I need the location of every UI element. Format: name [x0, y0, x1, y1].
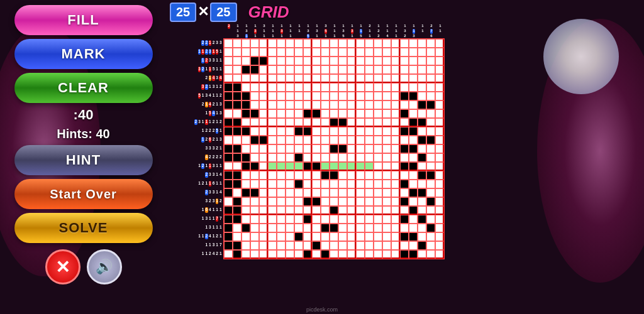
cell[interactable] — [338, 136, 347, 144]
cell[interactable] — [259, 109, 268, 118]
cell[interactable] — [242, 153, 250, 162]
cell[interactable] — [382, 136, 391, 144]
cell[interactable] — [365, 162, 374, 171]
cell[interactable] — [391, 171, 400, 180]
cell[interactable] — [400, 109, 409, 118]
cell[interactable] — [382, 57, 391, 65]
solve-button[interactable]: SOLVE — [14, 213, 153, 243]
cell[interactable] — [294, 100, 303, 109]
cell[interactable] — [268, 144, 277, 153]
cell[interactable] — [294, 206, 303, 215]
cell[interactable] — [356, 171, 365, 180]
cell[interactable] — [294, 250, 303, 259]
cell[interactable] — [224, 100, 233, 109]
cell[interactable] — [259, 144, 268, 153]
cell[interactable] — [277, 224, 286, 232]
cell[interactable] — [286, 74, 294, 83]
cell[interactable] — [409, 241, 418, 250]
cell[interactable] — [382, 144, 391, 153]
cell[interactable] — [409, 232, 418, 241]
cell[interactable] — [374, 118, 382, 127]
cell[interactable] — [391, 197, 400, 206]
cell[interactable] — [365, 215, 374, 224]
cell[interactable] — [286, 162, 294, 171]
cell[interactable] — [268, 206, 277, 215]
cell[interactable] — [426, 92, 435, 100]
cell[interactable] — [233, 232, 242, 241]
cell[interactable] — [374, 39, 382, 48]
cell[interactable] — [435, 241, 444, 250]
cell[interactable] — [242, 118, 250, 127]
cell[interactable] — [347, 171, 356, 180]
cell[interactable] — [418, 153, 426, 162]
cell[interactable] — [286, 109, 294, 118]
cell[interactable] — [391, 232, 400, 241]
cell[interactable] — [347, 188, 356, 197]
cell[interactable] — [347, 241, 356, 250]
cell[interactable] — [250, 48, 259, 57]
cell[interactable] — [391, 224, 400, 232]
cell[interactable] — [418, 92, 426, 100]
cell[interactable] — [303, 118, 312, 127]
cell[interactable] — [338, 92, 347, 100]
cell[interactable] — [286, 144, 294, 153]
cell[interactable] — [277, 162, 286, 171]
cell[interactable] — [250, 118, 259, 127]
cell[interactable] — [400, 188, 409, 197]
cell[interactable] — [374, 153, 382, 162]
clear-button[interactable]: CLEAR — [14, 73, 153, 103]
cell[interactable] — [365, 39, 374, 48]
cell[interactable] — [338, 48, 347, 57]
cell[interactable] — [347, 65, 356, 74]
cell[interactable] — [312, 197, 321, 206]
cell[interactable] — [330, 57, 338, 65]
cell[interactable] — [303, 39, 312, 48]
cell[interactable] — [242, 241, 250, 250]
cell[interactable] — [330, 109, 338, 118]
cell[interactable] — [409, 171, 418, 180]
cell[interactable] — [426, 188, 435, 197]
cell[interactable] — [435, 232, 444, 241]
cell[interactable] — [365, 232, 374, 241]
cell[interactable] — [303, 92, 312, 100]
cell[interactable] — [418, 144, 426, 153]
cell[interactable] — [356, 144, 365, 153]
cell[interactable] — [321, 109, 330, 118]
cell[interactable] — [356, 215, 365, 224]
cell[interactable] — [250, 83, 259, 92]
cell[interactable] — [418, 241, 426, 250]
cell[interactable] — [277, 100, 286, 109]
cell[interactable] — [259, 39, 268, 48]
cell[interactable] — [321, 118, 330, 127]
cell[interactable] — [303, 215, 312, 224]
cell[interactable] — [242, 206, 250, 215]
cell[interactable] — [426, 197, 435, 206]
cell[interactable] — [250, 206, 259, 215]
cell[interactable] — [409, 136, 418, 144]
cell[interactable] — [418, 188, 426, 197]
cell[interactable] — [250, 57, 259, 65]
cell[interactable] — [312, 109, 321, 118]
cell[interactable] — [224, 92, 233, 100]
cell[interactable] — [347, 232, 356, 241]
cell[interactable] — [365, 48, 374, 57]
cell[interactable] — [391, 188, 400, 197]
cell[interactable] — [338, 241, 347, 250]
cell[interactable] — [242, 83, 250, 92]
cell[interactable] — [259, 48, 268, 57]
cell[interactable] — [224, 180, 233, 188]
cell[interactable] — [338, 118, 347, 127]
cell[interactable] — [312, 144, 321, 153]
cell[interactable] — [259, 171, 268, 180]
cell[interactable] — [365, 224, 374, 232]
cell[interactable] — [268, 136, 277, 144]
cell[interactable] — [347, 180, 356, 188]
cell[interactable] — [382, 153, 391, 162]
cell[interactable] — [418, 171, 426, 180]
cell[interactable] — [391, 118, 400, 127]
cell[interactable] — [233, 206, 242, 215]
cell[interactable] — [321, 65, 330, 74]
cell[interactable] — [356, 241, 365, 250]
cell[interactable] — [286, 250, 294, 259]
cell[interactable] — [277, 180, 286, 188]
